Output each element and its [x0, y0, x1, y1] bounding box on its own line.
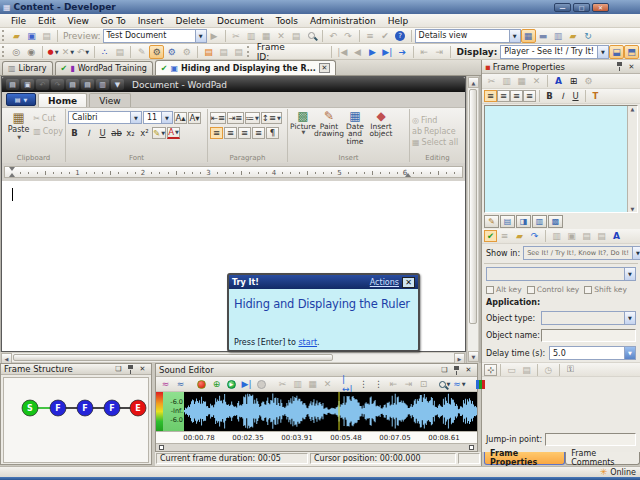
wordpad-redo-icon[interactable]: ↷: [51, 79, 64, 90]
title-bar[interactable]: ▦ Content - Developer — □ ✕: [0, 0, 640, 14]
tab-current-document[interactable]: ✔ ▣ Hiding and Displaying the R... ✕: [155, 60, 336, 75]
scroll-down-icon[interactable]: ▼: [468, 351, 479, 362]
vscroll-track[interactable]: [468, 325, 478, 351]
fp-align-center-icon[interactable]: ≡: [497, 90, 510, 102]
fp-text-effects-icon[interactable]: T: [589, 90, 602, 102]
fp-cut-icon[interactable]: ✂: [484, 74, 499, 88]
menu-help[interactable]: Help: [382, 15, 415, 27]
frame-list-icon[interactable]: ▤: [112, 45, 127, 59]
frame-structure-header[interactable]: Frame Structure ❏ ✕: [1, 364, 151, 375]
subscript-icon[interactable]: x₂: [124, 127, 137, 139]
record-icon[interactable]: [194, 377, 209, 391]
insert-picture-button[interactable]: ▩Picture▼: [290, 110, 316, 136]
panel-close-icon[interactable]: ✕: [463, 365, 474, 375]
fp-select-object-icon[interactable]: ⊹: [484, 364, 497, 376]
duplicate-icon[interactable]: ▤: [289, 29, 304, 43]
range-end-handle[interactable]: [469, 445, 474, 450]
stop-icon[interactable]: [254, 377, 269, 391]
combo-arrow-icon[interactable]: ▼: [195, 30, 206, 42]
increase-indent-icon[interactable]: ⇥≡: [227, 112, 243, 124]
frame-structure-icon[interactable]: ∴: [97, 45, 112, 59]
crop-icon[interactable]: ⊡: [416, 377, 431, 391]
fp-bold-icon[interactable]: B: [543, 90, 556, 102]
redo-icon[interactable]: ↷: [341, 29, 356, 43]
fp-align-right-icon[interactable]: ≡: [510, 90, 523, 102]
marker-in-icon[interactable]: ⋮: [356, 377, 371, 391]
combo-arrow-icon[interactable]: ▼: [624, 347, 635, 359]
align-left-icon[interactable]: ≡: [210, 127, 223, 139]
fp-rect-icon[interactable]: ▭: [504, 363, 519, 377]
play-selection-icon[interactable]: ▶|: [239, 377, 254, 391]
fp-charmap-icon[interactable]: ⊞: [566, 74, 581, 88]
fp-lines-icon[interactable]: ≡: [497, 229, 512, 243]
copy-settings-icon[interactable]: ⚙: [179, 45, 194, 59]
fp-timer-icon[interactable]: ◷: [541, 363, 556, 377]
combo-arrow-icon[interactable]: ▼: [597, 46, 608, 58]
frame-doc-icon[interactable]: ▤: [201, 45, 216, 59]
list-view-icon[interactable]: ▬: [536, 29, 551, 43]
wordpad-save-icon[interactable]: ▣: [21, 79, 34, 90]
menu-delete[interactable]: Delete: [170, 15, 212, 27]
fp-text-scrollbar[interactable]: ▲▼: [627, 106, 637, 212]
fp-underline-icon[interactable]: U: [569, 90, 582, 102]
pin-icon[interactable]: [125, 364, 136, 374]
fp-apply-icon[interactable]: ✔: [484, 230, 497, 242]
menu-edit[interactable]: Edit: [32, 15, 61, 27]
vertical-scrollbar[interactable]: ▲ ▼: [467, 76, 479, 363]
fp-tab-media-icon[interactable]: ▩: [548, 215, 563, 228]
goto-frame-icon[interactable]: ➔: [395, 45, 410, 59]
refresh-icon[interactable]: ↻: [581, 29, 596, 43]
frame-settings-icon[interactable]: ⚙: [149, 45, 164, 59]
undo-icon[interactable]: ↶: [326, 29, 341, 43]
fp-save2-icon[interactable]: ▣: [564, 229, 579, 243]
range-start-handle[interactable]: [159, 445, 164, 450]
sound-editor-header[interactable]: Sound Editor ❏ ✕: [156, 364, 477, 377]
display-combo[interactable]: Player - See It! / Try It! ▼: [500, 45, 609, 59]
object-type-combo[interactable]: ▼: [541, 311, 636, 325]
align-right-icon[interactable]: ≡: [238, 127, 251, 139]
find-icon[interactable]: ≡: [363, 29, 378, 43]
tab-library[interactable]: ▥ Library: [2, 61, 53, 75]
tab-view[interactable]: View: [89, 93, 130, 107]
combo-arrow-icon[interactable]: ▼: [509, 30, 520, 42]
paragraph-dialog-icon[interactable]: ¶: [266, 127, 279, 139]
search-icon[interactable]: [304, 29, 319, 43]
align-center-icon[interactable]: ≡: [224, 127, 237, 139]
record-settings-icon[interactable]: ◎: [9, 45, 24, 59]
panel-close-icon[interactable]: ✕: [137, 364, 148, 374]
frame-doc2-icon[interactable]: ▤: [216, 45, 231, 59]
control-key-checkbox[interactable]: Control key: [527, 285, 580, 294]
waveform-svg[interactable]: [184, 392, 477, 430]
fp-settings-icon[interactable]: ⚙: [581, 74, 596, 88]
frame-node[interactable]: E: [130, 400, 146, 416]
wordpad-ruler[interactable]: 1234567: [2, 163, 465, 181]
zoom-icon[interactable]: ▼: [437, 377, 452, 391]
time-ruler[interactable]: 00:00.78 00:02.35 00:03.91 00:05.48 00:0…: [156, 431, 477, 444]
tryit-title-bar[interactable]: Try It! Actions ✕: [229, 275, 418, 289]
hanging-indent-marker[interactable]: [9, 173, 15, 177]
record-narration-icon[interactable]: ≈: [158, 377, 173, 391]
strikethrough-icon[interactable]: ab: [110, 127, 123, 139]
frame-node[interactable]: F: [50, 400, 66, 416]
find-button[interactable]: ◎Find: [412, 115, 463, 126]
open-icon[interactable]: ▰: [9, 29, 24, 43]
select-all-button[interactable]: ▦Select all: [412, 137, 463, 148]
horizontal-scrollbar[interactable]: ◀ ▶: [0, 352, 466, 363]
fp-caption-textarea[interactable]: ▲▼: [484, 105, 638, 213]
se-paste-icon[interactable]: ▦: [305, 377, 320, 391]
underline-icon[interactable]: U: [96, 127, 109, 139]
object-name-input[interactable]: [541, 329, 636, 342]
menu-insert[interactable]: Insert: [132, 15, 170, 27]
fp-print2-icon[interactable]: ▤: [519, 363, 534, 377]
details-view-icon[interactable]: ▦: [521, 29, 536, 43]
shift-key-checkbox[interactable]: Shift key: [584, 285, 627, 294]
play-icon[interactable]: ▶: [224, 377, 239, 391]
playhead-cursor[interactable]: [339, 392, 340, 430]
paste-button[interactable]: ▦ Paste ▼: [4, 110, 33, 140]
close-button[interactable]: ✕: [592, 3, 609, 12]
frame-structure-canvas[interactable]: SFFFE: [3, 377, 149, 463]
wordpad-app-button[interactable]: ▤▼: [6, 93, 36, 106]
panel-close-icon[interactable]: ✕: [626, 62, 637, 72]
pin-icon[interactable]: [614, 62, 625, 72]
fp-tab-action-icon[interactable]: ✎: [484, 215, 499, 228]
